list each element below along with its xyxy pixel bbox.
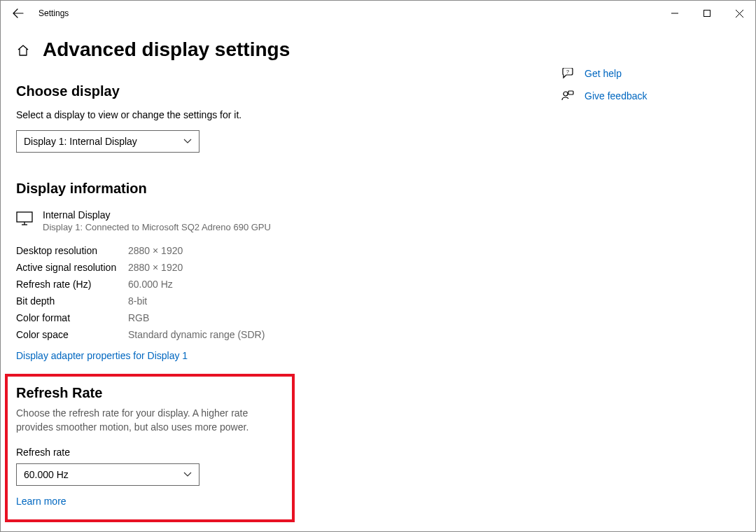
svg-rect-4 bbox=[17, 212, 32, 222]
table-row: Color spaceStandard dynamic range (SDR) bbox=[16, 326, 561, 343]
feedback-icon bbox=[561, 90, 575, 102]
refresh-desc: Choose the refresh rate for your display… bbox=[16, 407, 284, 434]
refresh-rate-value: 60.000 Hz bbox=[24, 469, 69, 480]
table-row: Color formatRGB bbox=[16, 309, 561, 326]
learn-more-link[interactable]: Learn more bbox=[16, 496, 66, 507]
refresh-rate-label: Refresh rate bbox=[16, 447, 284, 458]
refresh-rate-select[interactable]: 60.000 Hz bbox=[16, 463, 200, 486]
svg-text:?: ? bbox=[566, 69, 569, 74]
back-button[interactable] bbox=[8, 8, 29, 18]
get-help-label: Get help bbox=[584, 68, 622, 79]
table-row: Active signal resolution2880 × 1920 bbox=[16, 259, 561, 276]
svg-rect-1 bbox=[704, 10, 710, 17]
maximize-button[interactable] bbox=[691, 1, 723, 26]
table-row: Desktop resolution2880 × 1920 bbox=[16, 242, 561, 259]
display-select[interactable]: Display 1: Internal Display bbox=[16, 130, 200, 153]
give-feedback-link[interactable]: Give feedback bbox=[561, 90, 736, 102]
adapter-properties-link[interactable]: Display adapter properties for Display 1 bbox=[16, 350, 188, 361]
refresh-rate-section: Refresh Rate Choose the refresh rate for… bbox=[5, 374, 295, 522]
display-connection: Display 1: Connected to Microsoft SQ2 Ad… bbox=[43, 222, 271, 232]
close-button[interactable] bbox=[723, 1, 755, 26]
display-info-table: Desktop resolution2880 × 1920 Active sig… bbox=[16, 242, 561, 343]
table-row: Bit depth8-bit bbox=[16, 293, 561, 309]
refresh-heading: Refresh Rate bbox=[16, 385, 284, 401]
chevron-down-icon bbox=[183, 470, 192, 479]
window-title: Settings bbox=[38, 8, 69, 18]
give-feedback-label: Give feedback bbox=[584, 90, 648, 102]
svg-rect-9 bbox=[568, 91, 573, 94]
display-select-value: Display 1: Internal Display bbox=[24, 136, 137, 147]
get-help-link[interactable]: ? Get help bbox=[561, 68, 736, 79]
svg-point-8 bbox=[564, 92, 568, 96]
minimize-button[interactable] bbox=[659, 1, 691, 26]
choose-display-heading: Choose display bbox=[16, 83, 561, 99]
chevron-down-icon bbox=[183, 137, 192, 146]
table-row: Refresh rate (Hz)60.000 Hz bbox=[16, 276, 561, 293]
page-title: Advanced display settings bbox=[43, 38, 290, 61]
display-info-heading: Display information bbox=[16, 181, 561, 197]
choose-display-desc: Select a display to view or change the s… bbox=[16, 109, 561, 120]
help-icon: ? bbox=[561, 68, 575, 79]
home-icon[interactable] bbox=[16, 43, 30, 57]
display-name: Internal Display bbox=[43, 209, 271, 220]
monitor-icon bbox=[16, 211, 33, 226]
